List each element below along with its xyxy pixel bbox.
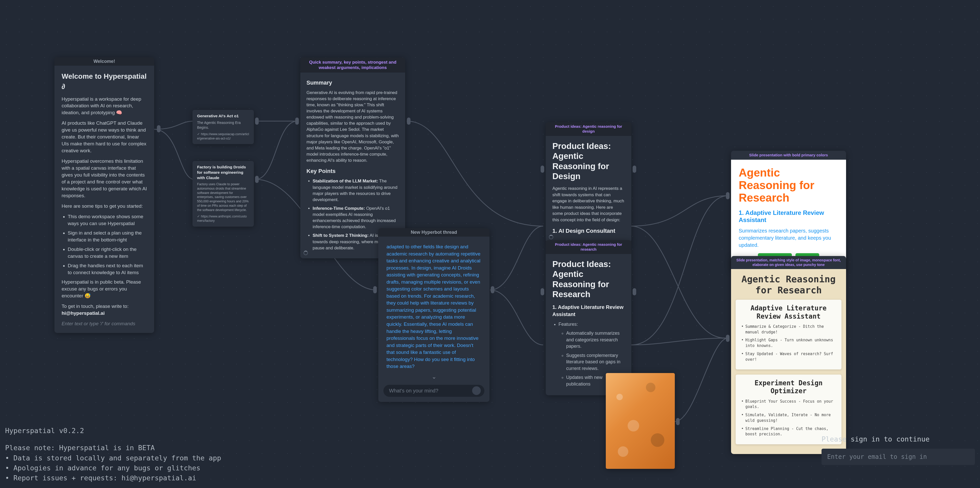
summary-heading: Summary xyxy=(307,79,399,87)
slide-b-header: Slide presentation, matching style of im… xyxy=(731,256,846,269)
slide-b-bullet: Highlight Gaps - Turn unknown unknowns i… xyxy=(741,337,836,349)
output-handle[interactable] xyxy=(255,176,259,183)
output-handle[interactable] xyxy=(255,118,259,125)
welcome-tips-lead: Here are some tips to get you started: xyxy=(62,203,147,210)
features-label: Features: xyxy=(558,321,625,328)
slide-b-title: Agentic Reasoning for Research xyxy=(736,273,842,296)
link-title: Generative AI's Act o1 xyxy=(197,113,249,119)
welcome-tip: This demo workspace shows some ways you … xyxy=(68,213,147,227)
slide-a-header: Slide presentation with bold primary col… xyxy=(731,151,846,160)
welcome-tip: Sign in and select a plan using the inte… xyxy=(68,230,147,243)
ideas-design-card[interactable]: Product ideas: Agentic reasoning for des… xyxy=(546,122,632,242)
slide-b-card-1: Adaptive Literature Review Assistant Sum… xyxy=(736,300,842,369)
welcome-p1: Hyperspatial is a workspace for deep col… xyxy=(62,96,147,116)
send-button[interactable] xyxy=(472,386,481,395)
hyperbot-message: adapted to other fields like design and … xyxy=(378,237,490,373)
key-point: Stabilization of the LLM Market: The lan… xyxy=(313,178,399,203)
key-points-heading: Key Points xyxy=(307,167,399,175)
check-icon: ✓ xyxy=(197,132,200,136)
welcome-tips-list: This demo workspace shows some ways you … xyxy=(68,213,147,276)
features-wrapper: Features: xyxy=(558,321,625,328)
link-url[interactable]: ✓https://www.sequoiacap.com/article/gene… xyxy=(197,132,249,141)
beta-bullet: • Report issues + requests: hi@hyperspat… xyxy=(5,473,221,483)
hyperbot-input[interactable]: What's on your mind? xyxy=(383,385,484,397)
slide-b-card-1-title: Adaptive Literature Review Assistant xyxy=(741,304,836,320)
input-handle[interactable] xyxy=(726,192,730,199)
ideas-research-card[interactable]: Product ideas: Agentic reasoning for res… xyxy=(546,240,632,395)
signin-panel: Please sign in to continue xyxy=(821,435,975,465)
illustration-image[interactable] xyxy=(606,373,675,469)
welcome-card-header: Welcome! xyxy=(54,57,154,66)
output-handle[interactable] xyxy=(407,118,410,125)
version-label: Hyperspatial v0.2.2 xyxy=(5,426,221,436)
slide-b-bullet: Simulate, Validate, Iterate - No more wi… xyxy=(741,412,836,424)
check-icon: ✓ xyxy=(197,215,200,218)
slide-b-card-2-title: Experiment Design Optimizer xyxy=(741,379,836,395)
output-handle[interactable] xyxy=(633,288,636,296)
slide-presentation-a[interactable]: Slide presentation with bold primary col… xyxy=(731,151,846,270)
welcome-contact: To get in touch, please write to: hi@hyp… xyxy=(62,303,147,317)
ideas-research-h1: 1. Adaptive Literature Review Assistant xyxy=(552,304,625,318)
signin-email-input[interactable] xyxy=(821,449,975,465)
link-card-factory[interactable]: Factory is building Droids for software … xyxy=(192,161,254,227)
slide-presentation-b[interactable]: Slide presentation, matching style of im… xyxy=(731,256,846,454)
footer: Hyperspatial v0.2.2 Please note: Hypersp… xyxy=(5,426,221,483)
loading-spinner-icon xyxy=(549,235,554,239)
summary-text: Generative AI is evolving from rapid pre… xyxy=(307,90,399,164)
output-handle[interactable] xyxy=(491,286,494,293)
summary-header: Quick summary, key points, strongest and… xyxy=(300,57,405,73)
welcome-beta: Hyperspatial is in public beta. Please e… xyxy=(62,279,147,299)
output-handle[interactable] xyxy=(157,125,161,132)
loading-spinner-icon xyxy=(304,251,308,255)
link-url[interactable]: ✓https://www.anthropic.com/customers/fac… xyxy=(197,215,249,223)
key-point: Inference-Time Compute: OpenAI's o1 mode… xyxy=(313,205,399,230)
welcome-tip: Double-click or right-click on the canva… xyxy=(68,246,147,260)
ideas-design-item1: 1. AI Design Consultant xyxy=(552,227,625,235)
feature-item: Automatically summarizes and categorizes… xyxy=(566,330,625,350)
slide-b-bullet: Summarize & Categorize - Ditch the manua… xyxy=(741,324,836,335)
ideas-design-title: Product Ideas: Agentic Reasoning for Des… xyxy=(552,141,625,181)
signin-label: Please sign in to continue xyxy=(821,435,975,443)
input-handle[interactable] xyxy=(541,288,544,296)
beta-bullet: • Apologies in advance for any bugs or g… xyxy=(5,463,221,473)
expand-icon[interactable]: ⌄ xyxy=(378,373,490,382)
welcome-tip: Drag the handles next to each item to co… xyxy=(68,262,147,276)
input-handle[interactable] xyxy=(295,118,299,125)
output-handle[interactable] xyxy=(633,165,636,173)
slide-b-bullet: Blueprint Your Success - Focus on your g… xyxy=(741,399,836,410)
welcome-contact-email: hi@hyperspatial.ai xyxy=(62,310,105,316)
beta-bullet: • Data is stored locally and separately … xyxy=(5,453,221,463)
output-handle[interactable] xyxy=(676,418,680,425)
link-title: Factory is building Droids for software … xyxy=(197,165,249,181)
beta-note: Please note: Hyperspatial is in BETA xyxy=(5,443,221,453)
slide-b-bullet: Stay Updated - Waves of research? Surf o… xyxy=(741,351,836,362)
ideas-design-intro: Agentic reasoning in AI represents a shi… xyxy=(552,186,625,223)
input-handle[interactable] xyxy=(373,286,377,293)
ideas-research-title: Product Ideas: Agentic Reasoning for Res… xyxy=(552,259,625,299)
slide-a-title: Agentic Reasoning for Research xyxy=(739,166,838,204)
welcome-p3: Hyperspatial overcomes this limitation w… xyxy=(62,158,147,199)
input-handle[interactable] xyxy=(726,335,730,342)
welcome-card[interactable]: Welcome! Welcome to Hyperspatial ∂ Hyper… xyxy=(54,57,154,333)
ideas-design-header: Product ideas: Agentic reasoning for des… xyxy=(546,122,632,136)
hyperbot-header: New Hyperbot thread xyxy=(378,228,490,237)
hyperbot-input-placeholder: What's on your mind? xyxy=(389,388,438,393)
hyperbot-card[interactable]: New Hyperbot thread adapted to other fie… xyxy=(378,228,490,402)
link-card-sequoia[interactable]: Generative AI's Act o1 The Agentic Reaso… xyxy=(192,110,254,144)
welcome-p2: AI products like ChatGPT and Claude give… xyxy=(62,120,147,154)
input-handle[interactable] xyxy=(541,165,544,173)
ideas-research-header: Product ideas: Agentic reasoning for res… xyxy=(546,240,632,254)
welcome-command-input[interactable]: Enter text or type '/' for commands xyxy=(62,320,147,327)
slide-a-subtitle: 1. Adaptive Literature Review Assistant xyxy=(739,209,838,224)
link-subtitle: The Agentic Reasoning Era Begins. xyxy=(197,120,249,130)
link-body: Factory uses Claude to power autonomous … xyxy=(197,182,249,212)
welcome-title: Welcome to Hyperspatial ∂ xyxy=(62,71,147,92)
slide-a-body: Summarizes research papers, suggests com… xyxy=(739,227,838,249)
slide-b-card-2: Experiment Design Optimizer Blueprint Yo… xyxy=(736,375,842,444)
feature-item: Suggests complementary literature based … xyxy=(566,352,625,372)
